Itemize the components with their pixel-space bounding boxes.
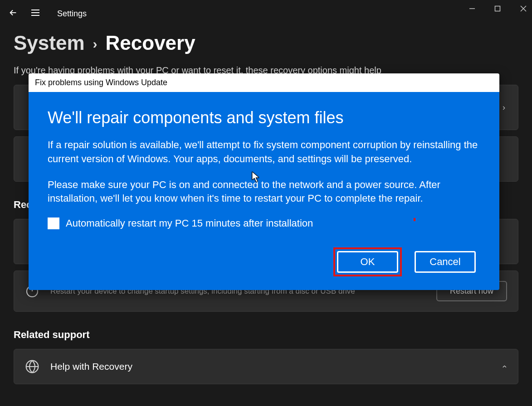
red-marker-icon: [414, 218, 415, 221]
globe-icon: [25, 359, 39, 374]
ok-button[interactable]: OK: [337, 251, 398, 273]
ok-button-highlight: OK: [333, 247, 402, 276]
titlebar: Settings: [0, 0, 532, 27]
repair-dialog: Fix problems using Windows Update We'll …: [29, 73, 499, 290]
help-with-recovery-card[interactable]: Help with Recovery ›: [14, 349, 518, 384]
dialog-heading: We'll repair components and system files: [48, 108, 480, 127]
section-related-support: Related support: [14, 329, 518, 341]
minimize-icon[interactable]: [469, 5, 476, 14]
chevron-right-icon: ›: [93, 36, 98, 52]
mouse-cursor-icon: [252, 171, 261, 185]
back-icon[interactable]: [8, 8, 18, 19]
chevron-up-icon[interactable]: ›: [499, 365, 509, 368]
dialog-para-2: Please make sure your PC is on and conne…: [48, 178, 480, 206]
dialog-window-title: Fix problems using Windows Update: [29, 73, 499, 92]
chevron-right-icon: ›: [503, 103, 505, 112]
cancel-button-wrap: Cancel: [411, 247, 479, 276]
close-icon[interactable]: [519, 5, 527, 14]
checkbox-box-icon[interactable]: [48, 218, 59, 229]
maximize-icon[interactable]: [494, 5, 501, 14]
card-title: Help with Recovery: [50, 361, 507, 372]
app-title: Settings: [57, 9, 87, 19]
svg-rect-0: [495, 6, 500, 11]
checkbox-label: Automatically restart my PC 15 minutes a…: [66, 218, 313, 229]
breadcrumb-current: Recovery: [106, 32, 195, 54]
hamburger-icon[interactable]: [30, 7, 41, 20]
breadcrumb-parent[interactable]: System: [14, 32, 85, 54]
breadcrumb: System › Recovery: [0, 27, 532, 65]
cancel-button[interactable]: Cancel: [415, 251, 476, 273]
dialog-para-1: If a repair solution is available, we'll…: [48, 138, 480, 166]
